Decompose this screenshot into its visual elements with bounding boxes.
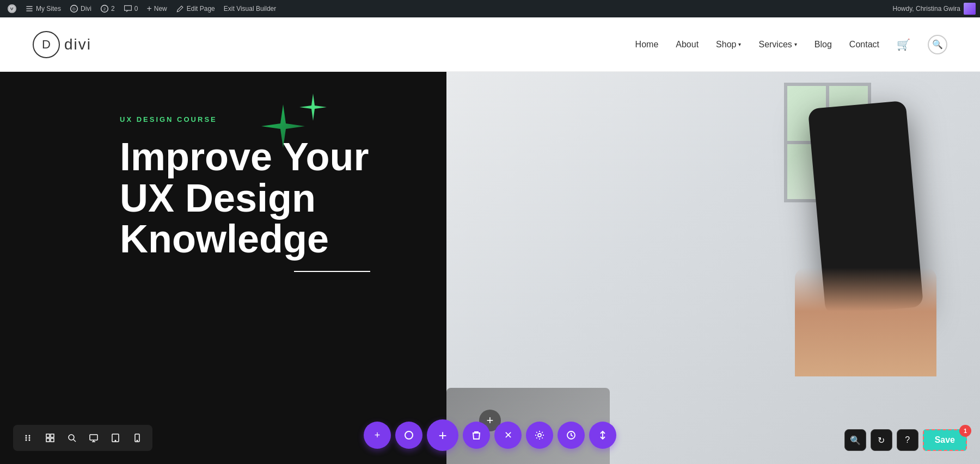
site-nav: Home About Shop ▾ Services ▾ Blog Contac…: [635, 35, 947, 54]
svg-point-24: [405, 431, 413, 439]
phone-image: [795, 83, 936, 376]
comments-btn[interactable]: 0: [120, 0, 142, 17]
close-section-button[interactable]: ✕: [494, 422, 522, 449]
svg-point-9: [29, 437, 30, 439]
svg-point-5: [26, 435, 27, 437]
settings-button[interactable]: [526, 422, 553, 449]
save-wrapper: 1 Save: [923, 429, 967, 451]
new-btn[interactable]: + New: [143, 0, 170, 17]
hand-visual: [795, 268, 936, 376]
nav-blog[interactable]: Blog: [814, 40, 832, 50]
svg-rect-17: [90, 435, 97, 440]
nav-contact[interactable]: Contact: [849, 40, 879, 50]
site-logo[interactable]: D divi: [33, 31, 91, 58]
sparkle-decoration: [250, 94, 338, 159]
svg-rect-13: [46, 438, 50, 442]
svg-rect-12: [51, 434, 54, 437]
bottom-toolbar: [13, 425, 152, 451]
sync-button[interactable]: ↻: [871, 429, 892, 451]
logo-circle: D: [33, 31, 60, 58]
add-module-button[interactable]: +: [364, 422, 391, 449]
hero-section: UX DESIGN COURSE Improve Your UX Design …: [0, 72, 980, 464]
search-toolbar-button[interactable]: [62, 428, 82, 448]
svg-text:D: D: [72, 7, 76, 11]
divi-btn[interactable]: D Divi: [66, 0, 95, 17]
center-toolbar: + + ✕: [364, 419, 616, 451]
menu-toggle-button[interactable]: [19, 428, 38, 448]
layout-button[interactable]: [589, 422, 616, 449]
hero-divider: [294, 271, 370, 272]
help-button[interactable]: ?: [897, 429, 918, 451]
sparkle-small-icon: [299, 94, 327, 121]
svg-point-7: [26, 440, 27, 441]
svg-point-23: [137, 440, 138, 441]
my-sites-btn[interactable]: My Sites: [22, 0, 64, 17]
svg-point-8: [29, 435, 30, 437]
shop-chevron-icon: ▾: [738, 41, 741, 47]
svg-point-10: [29, 440, 30, 441]
site-header: D divi Home About Shop ▾ Services ▾ Blog…: [0, 17, 980, 72]
mobile-view-button[interactable]: [127, 428, 147, 448]
save-area: 🔍 ↻ ? 1 Save: [844, 429, 967, 451]
toggle-visibility-button[interactable]: [395, 422, 422, 449]
exit-builder-btn[interactable]: Exit Visual Builder: [220, 0, 280, 17]
svg-rect-14: [51, 438, 54, 442]
svg-point-15: [69, 435, 74, 440]
svg-point-21: [115, 440, 116, 441]
search-icon[interactable]: 🔍: [928, 35, 947, 54]
admin-greeting: Howdy, Christina Gwira: [893, 3, 976, 15]
wp-logo[interactable]: [4, 0, 20, 17]
svg-point-6: [26, 437, 27, 439]
edit-page-btn[interactable]: Edit Page: [173, 0, 218, 17]
cart-icon[interactable]: 🛒: [897, 38, 910, 51]
nav-home[interactable]: Home: [635, 40, 659, 50]
admin-bar: My Sites D Divi 2 2 0 + New Edit Page Ex…: [0, 0, 980, 17]
sparkle-large-icon: [261, 104, 305, 148]
notification-badge: 1: [959, 425, 971, 437]
svg-rect-11: [46, 434, 50, 437]
search-save-button[interactable]: 🔍: [844, 429, 866, 451]
wireframe-button[interactable]: [40, 428, 60, 448]
updates-btn[interactable]: 2 2: [97, 0, 118, 17]
hero-content: UX DESIGN COURSE Improve Your UX Design …: [0, 72, 446, 464]
svg-text:2: 2: [103, 7, 106, 11]
avatar: [964, 3, 976, 15]
tablet-view-button[interactable]: [106, 428, 125, 448]
history-button[interactable]: [558, 422, 585, 449]
add-section-button[interactable]: +: [427, 419, 458, 451]
nav-services[interactable]: Services ▾: [758, 40, 797, 50]
nav-about[interactable]: About: [676, 40, 699, 50]
nav-shop[interactable]: Shop ▾: [716, 40, 741, 50]
svg-line-16: [74, 440, 76, 442]
svg-point-26: [538, 434, 541, 437]
desktop-view-button[interactable]: [84, 428, 103, 448]
delete-section-button[interactable]: [463, 422, 490, 449]
logo-text: divi: [64, 36, 91, 53]
hero-image: [446, 72, 980, 464]
services-chevron-icon: ▾: [794, 41, 797, 47]
